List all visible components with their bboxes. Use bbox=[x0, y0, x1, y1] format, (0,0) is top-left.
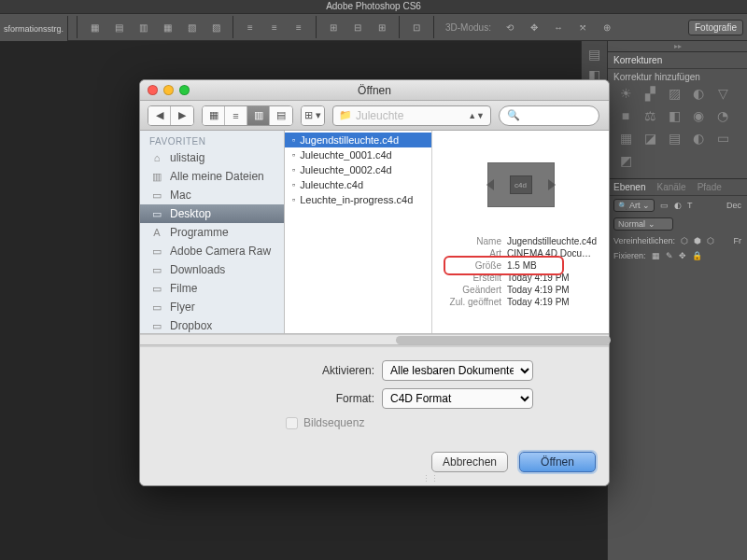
align-icon[interactable]: ▥ bbox=[134, 18, 152, 36]
meta-key: Größe bbox=[442, 260, 507, 271]
sidebar-item-label: Flyer bbox=[170, 301, 195, 314]
align-icon[interactable]: ⊞ bbox=[373, 18, 391, 36]
unify-icon[interactable]: ⬡ bbox=[707, 236, 714, 245]
pan-icon[interactable]: ✥ bbox=[525, 18, 543, 36]
brightness-icon[interactable]: ☀ bbox=[617, 86, 634, 101]
meta-row: Größe1.5 MB bbox=[442, 259, 599, 272]
coverflow-view-button[interactable]: ▤ bbox=[270, 106, 292, 125]
path-selector[interactable]: 📁 Juleuchte ▲▼ bbox=[332, 105, 491, 126]
filter-icon[interactable]: ◐ bbox=[674, 201, 682, 210]
mixer-icon[interactable]: ◔ bbox=[714, 108, 731, 123]
sidebar-item[interactable]: ▭Filme bbox=[140, 279, 284, 298]
zoom-icon[interactable] bbox=[179, 85, 190, 95]
align-icon[interactable]: ▦ bbox=[85, 18, 104, 36]
align-icon[interactable]: ▤ bbox=[109, 18, 128, 36]
unify-label: Vereinheitlichen: bbox=[613, 236, 675, 245]
format-select[interactable]: C4D Format bbox=[382, 388, 533, 409]
file-row[interactable]: ▫Juleuchte_0002.c4d bbox=[285, 162, 431, 177]
histogram-icon[interactable]: ▤ bbox=[588, 47, 600, 62]
posterize-icon[interactable]: ▤ bbox=[666, 131, 683, 146]
hscrollbar[interactable] bbox=[140, 334, 609, 345]
filter-type-select[interactable]: 🔍 Art ⌄ bbox=[613, 199, 655, 212]
workspace-button[interactable]: Fotografie bbox=[688, 20, 743, 35]
sidebar-item-label: ulistaig bbox=[170, 151, 204, 164]
exposure-icon[interactable]: ◐ bbox=[690, 86, 707, 101]
sidebar-item[interactable]: AProgramme bbox=[140, 223, 284, 242]
file-icon: ▫ bbox=[292, 165, 295, 175]
sidebar-item[interactable]: ▭Mac bbox=[140, 186, 284, 204]
collapse-handle[interactable]: ▸▸ bbox=[608, 41, 747, 52]
threshold-icon[interactable]: ◐ bbox=[690, 131, 707, 146]
back-button[interactable]: ◀ bbox=[148, 106, 171, 125]
sidebar-item[interactable]: ▭Downloads bbox=[140, 260, 284, 279]
search-input[interactable]: 🔍 bbox=[499, 105, 599, 126]
tab-kanale[interactable]: Kanäle bbox=[656, 182, 685, 192]
sidebar-item[interactable]: ▭Dropbox bbox=[140, 316, 284, 334]
hue-icon[interactable]: ■ bbox=[617, 108, 634, 123]
sidebar-item[interactable]: ▭Desktop bbox=[140, 204, 284, 223]
filter-icon[interactable]: T bbox=[687, 201, 693, 210]
blend-mode-select[interactable]: Normal ⌄ bbox=[613, 217, 673, 231]
file-icon: ▫ bbox=[292, 150, 295, 160]
meta-value: Today 4:19 PM bbox=[507, 273, 599, 283]
activate-select[interactable]: Alle lesbaren Dokumente bbox=[382, 360, 533, 381]
sidebar-item[interactable]: ▥Alle meine Dateien bbox=[140, 167, 284, 186]
align-icon[interactable]: ≡ bbox=[289, 18, 308, 36]
cancel-button[interactable]: Abbrechen bbox=[431, 452, 508, 472]
tab-ebenen[interactable]: Ebenen bbox=[613, 182, 645, 192]
vibrance-icon[interactable]: ▽ bbox=[714, 86, 731, 101]
photo-filter-icon[interactable]: ◉ bbox=[690, 108, 707, 123]
sidebar-item-icon: ▭ bbox=[149, 320, 164, 332]
sidebar-item[interactable]: ⌂ulistaig bbox=[140, 148, 284, 167]
align-icon[interactable]: ▧ bbox=[182, 18, 201, 36]
rotate-icon[interactable]: ⊕ bbox=[598, 18, 616, 36]
sidebar-item[interactable]: ▭Adobe Camera Raw bbox=[140, 242, 284, 260]
align-icon[interactable]: ⊡ bbox=[407, 18, 426, 36]
align-icon[interactable]: ⊞ bbox=[324, 18, 343, 36]
scale-icon[interactable]: ⤧ bbox=[573, 18, 592, 36]
align-icon[interactable]: ⊟ bbox=[348, 18, 367, 36]
open-button[interactable]: Öffnen bbox=[519, 452, 596, 472]
unify-icon[interactable]: ⬡ bbox=[681, 236, 688, 245]
search-field[interactable] bbox=[524, 110, 591, 121]
arrange-button[interactable]: ⊞ ▾ bbox=[302, 106, 324, 125]
minimize-icon[interactable] bbox=[163, 85, 174, 95]
lock-icon[interactable]: ▦ bbox=[652, 251, 660, 260]
invert-icon[interactable]: ◪ bbox=[641, 131, 658, 146]
unify-icon[interactable]: ⬢ bbox=[694, 236, 701, 245]
lock-icon[interactable]: ✎ bbox=[666, 251, 673, 260]
bw-icon[interactable]: ◧ bbox=[666, 108, 683, 123]
levels-icon[interactable]: ▞ bbox=[641, 86, 658, 101]
selective-icon[interactable]: ◩ bbox=[617, 153, 634, 168]
filter-icon[interactable]: ▭ bbox=[660, 201, 669, 210]
file-row[interactable]: ▫Jugendstilleuchte.c4d bbox=[285, 133, 431, 147]
align-icon[interactable]: ▦ bbox=[158, 18, 176, 36]
forward-button[interactable]: ▶ bbox=[171, 106, 193, 125]
close-icon[interactable] bbox=[148, 85, 158, 95]
lock-icon[interactable]: ✥ bbox=[679, 251, 686, 260]
lookup-icon[interactable]: ▦ bbox=[617, 131, 634, 146]
meta-row: Zul. geöffnetToday 4:19 PM bbox=[442, 296, 599, 308]
sidebar-item[interactable]: ▭Flyer bbox=[140, 298, 284, 316]
view-mode-buttons: ▦ ≡ ▥ ▤ bbox=[202, 105, 293, 126]
align-icon[interactable]: ≡ bbox=[265, 18, 284, 36]
column-view-button[interactable]: ▥ bbox=[247, 106, 270, 125]
lock-icon[interactable]: 🔒 bbox=[692, 251, 702, 260]
file-row[interactable]: ▫Juleuchte.c4d bbox=[285, 177, 431, 192]
orbit-icon[interactable]: ⟲ bbox=[500, 18, 519, 36]
gradient-map-icon[interactable]: ▭ bbox=[714, 131, 731, 146]
icon-view-button[interactable]: ▦ bbox=[203, 106, 225, 125]
balance-icon[interactable]: ⚖ bbox=[641, 108, 658, 123]
tab-pfade[interactable]: Pfade bbox=[698, 182, 722, 192]
curves-icon[interactable]: ▨ bbox=[666, 86, 683, 101]
tab-korrekturen[interactable]: Korrekturen bbox=[613, 55, 662, 65]
file-row[interactable]: ▫Juleuchte_0001.c4d bbox=[285, 147, 431, 162]
align-icon[interactable]: ▨ bbox=[206, 18, 225, 36]
meta-key: Zul. geöffnet bbox=[442, 297, 507, 307]
file-row[interactable]: ▫Leuchte_in-progress.c4d bbox=[285, 192, 431, 207]
thumb-badge: c4d bbox=[510, 175, 532, 194]
align-icon[interactable]: ≡ bbox=[241, 18, 260, 36]
move-icon[interactable]: ↔ bbox=[549, 18, 568, 36]
adjustments-grid: ☀ ▞ ▨ ◐ ▽ ■ ⚖ ◧ ◉ ◔ ▦ ◪ ▤ ◐ ▭ ◩ bbox=[613, 82, 741, 172]
list-view-button[interactable]: ≡ bbox=[225, 106, 247, 125]
